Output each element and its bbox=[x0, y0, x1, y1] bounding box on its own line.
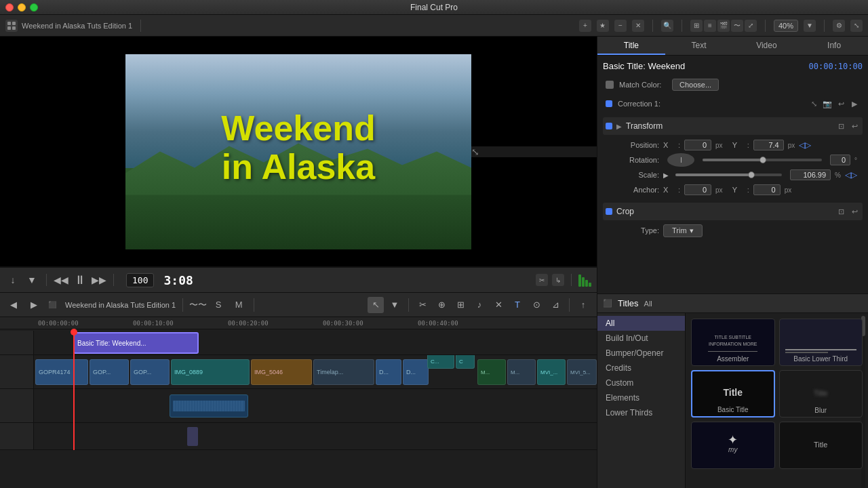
clip-c1[interactable]: C... bbox=[427, 355, 454, 369]
settings-icon[interactable]: ⚙ bbox=[833, 20, 845, 32]
star-icon[interactable]: ★ bbox=[597, 20, 609, 32]
zoom-dropdown-icon[interactable]: ▼ bbox=[804, 20, 816, 32]
music-tool[interactable]: ♪ bbox=[471, 297, 488, 313]
tab-text[interactable]: Text bbox=[665, 37, 733, 55]
generator-tool[interactable]: ⊙ bbox=[528, 297, 545, 313]
cat-build-in-out[interactable]: Build In/Out bbox=[597, 331, 685, 346]
minus-icon[interactable]: − bbox=[614, 20, 627, 32]
play-pause-button[interactable]: ⏸ bbox=[73, 272, 87, 287]
zoom-level[interactable]: 40% bbox=[774, 20, 798, 32]
list-icon[interactable]: ≡ bbox=[704, 20, 716, 32]
clip-d1[interactable]: D... bbox=[376, 359, 401, 385]
fullscreen-preview-icon[interactable]: ⤡ bbox=[471, 146, 597, 157]
thumb-basic-title[interactable]: Title Basic Title bbox=[691, 370, 775, 418]
clip-d2[interactable]: D... bbox=[403, 359, 429, 385]
timecode-display[interactable]: 100 bbox=[126, 273, 154, 287]
correction-snapshot-icon[interactable]: 📷 bbox=[822, 98, 833, 109]
add-icon[interactable]: + bbox=[579, 20, 591, 32]
forward-button[interactable]: ▶ bbox=[26, 297, 42, 313]
clip-c2[interactable]: C bbox=[456, 355, 475, 369]
position-y-value[interactable]: 7.4 bbox=[753, 140, 784, 150]
transform-undo-icon[interactable]: ↩ bbox=[849, 121, 860, 131]
correction-expand-icon[interactable]: ⤡ bbox=[808, 98, 819, 109]
magnifier-icon[interactable]: 🔍 bbox=[661, 20, 673, 32]
rotation-dial[interactable] bbox=[667, 153, 694, 167]
scale-expand-icon[interactable]: ▶ bbox=[663, 171, 669, 179]
placeholder-tool[interactable]: ✕ bbox=[490, 297, 507, 313]
fullscreen-icon[interactable]: ⤡ bbox=[850, 20, 863, 32]
clip-gop3[interactable]: GOP... bbox=[130, 359, 170, 385]
insert-tool[interactable]: ⊞ bbox=[452, 297, 469, 313]
film-icon[interactable]: 🎬 bbox=[717, 20, 730, 32]
clip-m1[interactable]: M... bbox=[477, 359, 506, 385]
tool-dropdown[interactable]: ▼ bbox=[387, 297, 403, 313]
scale-adjust-arrows[interactable]: ◁▷ bbox=[845, 170, 857, 180]
thumb-sparkle[interactable]: ✦ my bbox=[691, 422, 775, 469]
clip-mvi2[interactable]: MVI_5... bbox=[567, 359, 597, 385]
clip-options-button[interactable]: ▼ bbox=[24, 272, 39, 287]
choose-button[interactable]: Choose... bbox=[672, 79, 719, 91]
tab-title[interactable]: Title bbox=[597, 37, 665, 55]
transform-tool[interactable]: ⊿ bbox=[547, 297, 564, 313]
clip-mvi1[interactable]: MVI_... bbox=[537, 359, 566, 385]
scale-slider[interactable] bbox=[675, 174, 782, 176]
clip-gop2[interactable]: GOP... bbox=[90, 359, 129, 385]
cat-lower-thirds[interactable]: Lower Thirds bbox=[597, 405, 685, 420]
blade-tool-icon[interactable]: ✂ bbox=[536, 274, 548, 286]
crop-fit-icon[interactable]: ⊡ bbox=[835, 206, 846, 217]
crop-header[interactable]: Crop ⊡ ↩ bbox=[603, 203, 863, 220]
tab-video[interactable]: Video bbox=[733, 37, 801, 55]
cat-credits[interactable]: Credits bbox=[597, 361, 685, 375]
clip-gopr4174[interactable]: GOPR4174 bbox=[35, 359, 88, 385]
position-adjust-arrows[interactable]: ◁▷ bbox=[799, 140, 811, 150]
close-button[interactable] bbox=[5, 3, 14, 12]
crop-type-dropdown[interactable]: Trim ▾ bbox=[663, 224, 703, 237]
rotation-value[interactable]: 0 bbox=[830, 155, 850, 165]
cat-elements[interactable]: Elements bbox=[597, 390, 685, 405]
title-tool[interactable]: T bbox=[509, 297, 526, 313]
x-icon[interactable]: ✕ bbox=[632, 20, 644, 32]
title-clip[interactable]: Basic Title: Weekend... bbox=[73, 332, 199, 354]
clip-timelap[interactable]: Timelap... bbox=[313, 359, 374, 385]
prev-frame-button[interactable]: ◀◀ bbox=[54, 272, 68, 287]
append-tool[interactable]: ⊕ bbox=[433, 297, 450, 313]
tab-info[interactable]: Info bbox=[800, 37, 868, 55]
clip-img0889[interactable]: IMG_0889 bbox=[171, 359, 250, 385]
transform-fit-icon[interactable]: ⊡ bbox=[835, 121, 846, 131]
add-to-timeline-button[interactable]: ↓ bbox=[5, 272, 20, 287]
share-button[interactable]: ↑ bbox=[575, 297, 591, 313]
anchor-y-value[interactable]: 0 bbox=[753, 184, 781, 195]
next-frame-button[interactable]: ▶▶ bbox=[92, 272, 106, 287]
position-x-value[interactable]: 0 bbox=[684, 140, 711, 150]
crop-undo-icon[interactable]: ↩ bbox=[849, 206, 860, 217]
clip-img5046[interactable]: IMG_5046 bbox=[251, 359, 312, 385]
grid-icon[interactable]: ⊞ bbox=[690, 20, 703, 32]
expand-icon[interactable]: ⤢ bbox=[745, 20, 757, 32]
cat-custom[interactable]: Custom bbox=[597, 375, 685, 390]
cat-all[interactable]: All bbox=[597, 316, 685, 331]
transform-header[interactable]: ▶ Transform ⊡ ↩ bbox=[603, 117, 863, 135]
thumb-assembler[interactable]: TITLE SUBTITLEINFORMATION MORE Assembler bbox=[691, 319, 775, 366]
thumb-title-dark[interactable]: Title bbox=[779, 422, 863, 469]
clip-m2[interactable]: M... bbox=[507, 359, 536, 385]
select-tool[interactable]: ↖ bbox=[368, 297, 384, 313]
audio-waveform-icon[interactable]: 〜〜 bbox=[190, 297, 206, 313]
rotation-slider[interactable] bbox=[703, 159, 822, 161]
minimize-button[interactable] bbox=[18, 3, 26, 12]
cat-bumper-opener[interactable]: Bumper/Opener bbox=[597, 346, 685, 361]
mute-icon[interactable]: M bbox=[231, 297, 247, 313]
blade-tool[interactable]: ✂ bbox=[414, 297, 431, 313]
correction-undo-icon[interactable]: ↩ bbox=[835, 98, 846, 109]
audio-clip-1[interactable] bbox=[170, 394, 248, 418]
thumb-blur[interactable]: Title Blur bbox=[779, 370, 863, 418]
solo-icon[interactable]: S bbox=[210, 297, 226, 313]
all-link[interactable]: All bbox=[644, 300, 652, 308]
anchor-x-value[interactable]: 0 bbox=[684, 184, 711, 195]
thumb-basic-lower-third[interactable]: Basic Lower Third bbox=[779, 319, 863, 366]
scale-value[interactable]: 106.99 bbox=[790, 169, 831, 180]
append-clip-icon[interactable]: ↳ bbox=[552, 274, 564, 286]
back-button[interactable]: ◀ bbox=[5, 297, 22, 313]
correction-more-icon[interactable]: ▶ bbox=[849, 98, 860, 109]
maximize-button[interactable] bbox=[30, 3, 38, 12]
wave-icon[interactable]: 〜 bbox=[731, 20, 743, 32]
